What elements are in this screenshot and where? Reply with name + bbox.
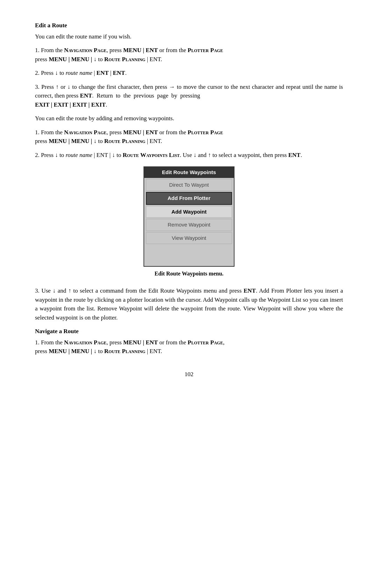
step2b-end: . Use ↓ and ↑ to select a waypoint, then… [180,152,288,158]
route-waypoints-list: Route Waypoints List [122,152,180,158]
step1b-mid3: press [35,138,49,144]
step3-end: . [106,101,107,108]
exit-bold: EXIT | EXIT | EXIT | EXIT [35,101,106,108]
route-name-italic-2: route name [65,152,92,158]
nav-step1-prefix: 1. From the [35,339,64,346]
nav-page-ref-2: Navigation Page [64,129,106,136]
menu-menu-down-2: MENU | MENU | ↓ [49,138,97,144]
step2b-prefix: 2. Press ↓ to [35,152,65,158]
menu-item-view: View Waypoint [146,232,232,244]
para-step3-name: 3. Press ↑ or ↓ to change the first char… [35,83,343,109]
route-planning-ref-3: Route Planning [104,348,146,354]
nav-step1-end: | ENT. [145,348,162,354]
ent-bold-3: ENT [244,287,256,294]
navigate-route-title: Navigate a Route [35,327,343,336]
menu-title-bar: Edit Route Waypoints [144,167,234,178]
para-after-menu: 3. Use ↓ and ↑ to select a command from … [35,286,343,322]
menu-item-direct: Direct To Waypnt [146,179,232,191]
step2-prefix: 2. Press ↓ to [35,70,65,76]
ent-bold-2: ENT [288,152,301,158]
menu-menu-down-3: MENU | MENU | ↓ [49,348,97,354]
nav-page-ref: Navigation Page [64,47,106,53]
navigate-route-section: Navigate a Route 1. From the Navigation … [35,327,343,356]
step1b-mid1: , press [106,129,123,136]
page-content: Edit a Route You can edit the route name… [35,21,343,379]
route-planning-ref-2: Route Planning [104,138,146,144]
step1-mid3: press [35,56,49,63]
para-step1-name: 1. From the Navigation Page, press MENU … [35,46,343,64]
step1-mid4: to [97,56,104,63]
plotter-page-ref: Plotter Page [188,47,223,53]
menu-ent-1: MENU | ENT [123,47,158,53]
step1b-prefix: 1. From the [35,129,64,136]
step1b-mid4: to [97,138,104,144]
step2b-mid: | ENT | ↓ to [92,152,123,158]
after-menu-step3: 3. Use ↓ and ↑ to select a command from … [35,287,244,294]
step2b-period: . [301,152,302,158]
menu-menu-down-1: MENU | MENU | ↓ [49,56,97,63]
plotter-page-ref-2: Plotter Page [188,129,223,136]
step1-prefix: 1. From the [35,47,64,53]
menu-ent-2: MENU | ENT [123,129,158,136]
menu-item-add-plotter: Add From Plotter [146,192,232,205]
plotter-page-ref-3: Plotter Page [188,339,223,346]
para-step2b: 2. Press ↓ to route name | ENT | ↓ to Ro… [35,151,343,160]
menu-ent-3: MENU | ENT [123,339,158,346]
menu-spacer [144,245,234,266]
nav-page-ref-3: Navigation Page [64,339,106,346]
navigate-step1: 1. From the Navigation Page, press MENU … [35,338,343,356]
edit-route-title: Edit a Route [35,21,343,30]
ent-bold-1: ENT [80,92,92,99]
para-step1b: 1. From the Navigation Page, press MENU … [35,128,343,146]
step3-mid: . Return to the previous page by pressin… [92,92,200,99]
edit-route-section: Edit a Route You can edit the route name… [35,21,343,159]
edit-route-waypoints-menu: Edit Route Waypoints Direct To Waypnt Ad… [144,166,234,267]
route-planning-ref-1: Route Planning [104,56,146,63]
menu-container: Edit Route Waypoints Direct To Waypnt Ad… [35,166,343,284]
step1b-mid2: or from the [158,129,188,136]
step2-end: | ENT | ENT. [92,70,127,76]
para-step2-name: 2. Press ↓ to route name | ENT | ENT. [35,69,343,78]
nav-step1-to: to [97,348,104,354]
page-number: 102 [35,370,343,379]
route-name-italic: route name [65,70,92,76]
nav-step1-mid1: , press [106,339,123,346]
step1b-end: | ENT. [145,138,162,144]
step1-end: | ENT. [145,56,162,63]
step1-mid2: or from the [158,47,188,53]
para-can-edit: You can edit the route name if you wish. [35,32,343,41]
menu-item-remove: Remove Waypoint [146,219,232,231]
nav-step1-mid2: or from the [158,339,188,346]
menu-item-add-waypoint: Add Waypoint [146,206,232,218]
menu-caption: Edit Route Waypoints menu. [154,270,223,278]
step1-mid1: , press [106,47,123,53]
para-edit-route: You can edit the route by adding and rem… [35,114,343,123]
